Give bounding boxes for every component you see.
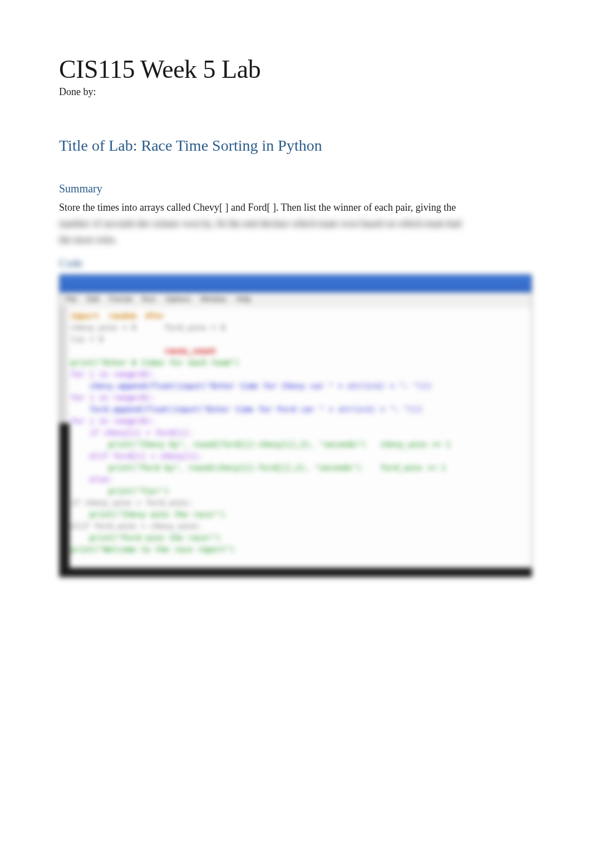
- ide-menu-item[interactable]: Run: [142, 295, 156, 304]
- code-line: import random #for: [65, 310, 526, 322]
- ide-title-bar: [60, 275, 531, 292]
- summary-heading: Summary: [59, 182, 532, 195]
- code-line: chevy_wins = 0 ford_wins = 0: [65, 322, 526, 334]
- code-line: races_count: [65, 345, 526, 357]
- code-line: tie = 0: [65, 334, 526, 345]
- code-line: chevy.append(float(input("Enter time for…: [65, 380, 526, 392]
- code-line: print("Ford wins the race!"): [65, 532, 526, 544]
- summary-line-visible: Store the times into arrays called Chevy…: [59, 201, 532, 215]
- ide-left-shadow: [60, 423, 70, 568]
- ide-menu-bar: File Edit Format Run Options Window Help: [60, 292, 531, 307]
- code-line: print("Ford by", round(chevy[i]-ford[i],…: [65, 462, 526, 474]
- ide-menu-item[interactable]: Help: [236, 295, 251, 304]
- code-line: print("Chevy by", round(ford[i]-chevy[i]…: [65, 439, 526, 450]
- code-heading: Code: [59, 257, 532, 270]
- ide-window: File Edit Format Run Options Window Help…: [59, 274, 532, 577]
- summary-line-blurred-1: number of seconds the winner won by. At …: [59, 217, 532, 231]
- ide-menu-item[interactable]: Format: [109, 295, 132, 304]
- code-line: elif ford[i] < chevy[i]:: [65, 450, 526, 462]
- code-line: if chevy_wins > ford_wins:: [65, 497, 526, 509]
- ide-menu-item[interactable]: Window: [200, 295, 226, 304]
- code-line: elif ford_wins > chevy_wins:: [65, 520, 526, 532]
- summary-line-blurred-2: the most wins.: [59, 233, 532, 247]
- document-title: CIS115 Week 5 Lab: [59, 56, 532, 84]
- code-line: for i in range(8):: [65, 415, 526, 427]
- done-by-label: Done by:: [59, 86, 532, 98]
- code-line: print("Enter 8 times for each team"): [65, 357, 526, 369]
- ide-code-body: import random #forchevy_wins = 0 ford_wi…: [60, 307, 531, 577]
- code-line: else:: [65, 474, 526, 485]
- code-line: if chevy[i] < ford[i]:: [65, 427, 526, 439]
- ide-menu-item[interactable]: Edit: [87, 295, 99, 304]
- code-line: ford.append(float(input("Enter time for …: [65, 404, 526, 415]
- code-line: print("Welcome to the race report"): [65, 544, 526, 555]
- ide-bottom-frame: [60, 568, 531, 577]
- lab-title: Title of Lab: Race Time Sorting in Pytho…: [59, 137, 532, 155]
- code-line: print("Chevy wins the race!"): [65, 509, 526, 520]
- code-line: for i in range(8):: [65, 369, 526, 380]
- ide-menu-item[interactable]: Options: [165, 295, 190, 304]
- ide-menu-item[interactable]: File: [65, 295, 77, 304]
- code-line: print("Tie!"): [65, 485, 526, 497]
- code-line: for i in range(8):: [65, 392, 526, 404]
